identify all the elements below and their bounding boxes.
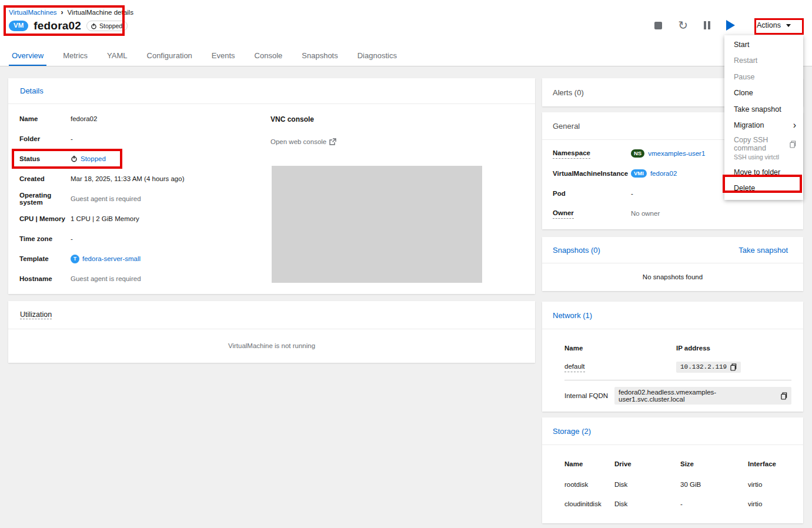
- page-header: VirtualMachines VirtualMachine details V…: [0, 0, 812, 66]
- menu-item-start[interactable]: Start: [724, 36, 803, 53]
- vnc-console-preview: [272, 166, 482, 283]
- tab-configuration[interactable]: Configuration: [144, 46, 195, 66]
- vm-kind-badge: VM: [9, 21, 28, 31]
- breadcrumb-virtualmachines[interactable]: VirtualMachines: [9, 9, 57, 16]
- take-snapshot-link[interactable]: Take snapshot: [739, 246, 788, 255]
- operating-system-value: Guest agent is required: [71, 195, 141, 202]
- status-value-link[interactable]: Stopped: [81, 155, 106, 162]
- details-card: Details Name fedora02 Folder - Status St…: [8, 78, 535, 294]
- owner-label[interactable]: Owner: [553, 208, 574, 219]
- created-value: Mar 18, 2025, 11:33 AM (4 hours ago): [71, 175, 184, 182]
- network-card-header: Network (1): [542, 302, 803, 329]
- name-label: Name: [19, 115, 71, 122]
- timezone-label: Time zone: [19, 235, 71, 242]
- open-web-console-link[interactable]: Open web console: [270, 138, 336, 145]
- submenu-chevron-icon: [793, 121, 796, 130]
- snapshots-card-header: Snapshots (0) Take snapshot: [542, 237, 803, 263]
- breadcrumb-separator-icon: [61, 8, 64, 16]
- copy-icon[interactable]: [730, 363, 737, 371]
- menu-item-copy-ssh-command[interactable]: Copy SSH command SSH using virtctl: [724, 133, 803, 164]
- created-label: Created: [19, 175, 71, 182]
- network-col-name: Name: [564, 345, 676, 352]
- tab-overview[interactable]: Overview: [9, 46, 46, 66]
- vmi-kind-badge: VMI: [631, 169, 647, 178]
- snapshots-title-link[interactable]: Snapshots (0): [553, 246, 600, 255]
- utilization-card: Utilization VirtualMachine is not runnin…: [8, 301, 535, 363]
- menu-item-take-snapshot[interactable]: Take snapshot: [724, 101, 803, 118]
- network-row-default: default 10.132.2.119: [564, 359, 791, 375]
- menu-item-restart[interactable]: Restart: [724, 53, 803, 69]
- network-table: Name IP address default 10.132.2.119 Int…: [542, 329, 803, 405]
- copy-icon: [790, 141, 796, 148]
- copy-icon[interactable]: [781, 392, 787, 400]
- vnc-console-title: VNC console: [270, 115, 314, 123]
- storage-row-interface: virtio: [748, 474, 791, 494]
- storage-col-name: Name: [564, 453, 614, 474]
- status-badge[interactable]: Stopped: [86, 21, 128, 31]
- external-link-icon: [329, 138, 336, 145]
- vm-action-toolbar: Actions: [654, 18, 797, 33]
- pod-value: -: [631, 190, 633, 197]
- menu-item-copy-ssh-description: SSH using virtctl: [734, 153, 796, 161]
- pause-icon[interactable]: [704, 21, 710, 29]
- namespace-label[interactable]: Namespace: [553, 148, 590, 159]
- timezone-value: -: [71, 235, 73, 242]
- utilization-empty-message: VirtualMachine is not running: [8, 329, 535, 362]
- storage-title-link[interactable]: Storage (2): [553, 427, 591, 436]
- vm-details-page: VirtualMachines VirtualMachine details V…: [0, 0, 812, 528]
- menu-item-copy-ssh-label: Copy SSH command: [734, 136, 786, 152]
- pod-label: Pod: [553, 190, 631, 197]
- storage-table: Name Drive Size Interface rootdisk Disk …: [542, 445, 803, 513]
- actions-dropdown-menu: Start Restart Pause Clone Take snapshot …: [724, 35, 803, 200]
- network-title-link[interactable]: Network (1): [553, 311, 592, 320]
- storage-row-drive: Disk: [614, 474, 680, 494]
- ip-address-value: 10.132.2.119: [680, 363, 727, 370]
- menu-item-pause[interactable]: Pause: [724, 69, 803, 85]
- hostname-label: Hostname: [19, 275, 71, 282]
- template-kind-badge: T: [71, 255, 79, 263]
- owner-value: No owner: [631, 210, 660, 217]
- network-row-fqdn: Internal FQDN fedora02.headless.vmexampl…: [564, 387, 791, 405]
- fqdn-label: Internal FQDN: [564, 392, 614, 399]
- storage-col-interface: Interface: [748, 453, 791, 474]
- tab-metrics[interactable]: Metrics: [60, 46, 91, 66]
- template-value-link[interactable]: fedora-server-small: [82, 255, 141, 262]
- power-off-icon: [71, 155, 78, 162]
- power-off-icon: [91, 23, 97, 29]
- status-label: Status: [19, 155, 71, 162]
- operating-system-label: Operating system: [19, 192, 71, 206]
- details-card-header: Details: [8, 78, 535, 104]
- tab-events[interactable]: Events: [209, 46, 238, 66]
- utilization-title[interactable]: Utilization: [20, 310, 52, 319]
- tab-yaml[interactable]: YAML: [104, 46, 130, 66]
- general-row-owner: Owner No owner: [553, 203, 803, 223]
- network-name-value[interactable]: default: [564, 362, 585, 372]
- actions-button-label: Actions: [757, 21, 781, 29]
- hostname-value: Guest agent is required: [71, 275, 141, 282]
- snapshots-empty-message: No snapshots found: [542, 263, 803, 290]
- storage-row-name: cloudinitdisk: [564, 494, 614, 513]
- menu-item-clone[interactable]: Clone: [724, 85, 803, 102]
- tab-diagnostics[interactable]: Diagnostics: [355, 46, 400, 66]
- caret-down-icon: [786, 24, 791, 27]
- menu-item-delete[interactable]: Delete: [724, 181, 803, 197]
- actions-button[interactable]: Actions: [751, 18, 797, 33]
- stop-icon[interactable]: [654, 22, 662, 29]
- storage-row-name: rootdisk: [564, 474, 614, 494]
- alerts-title[interactable]: Alerts (0): [553, 88, 584, 97]
- details-title-link[interactable]: Details: [20, 86, 44, 95]
- vmi-value-link[interactable]: fedora02: [650, 170, 677, 177]
- menu-item-move-to-folder[interactable]: Move to folder: [724, 164, 803, 181]
- snapshots-card: Snapshots (0) Take snapshot No snapshots…: [542, 237, 803, 291]
- utilization-card-header: Utilization: [8, 301, 535, 329]
- play-icon[interactable]: [726, 20, 735, 31]
- network-col-ip: IP address: [676, 345, 710, 352]
- tab-console[interactable]: Console: [252, 46, 286, 66]
- tab-snapshots[interactable]: Snapshots: [299, 46, 340, 66]
- namespace-value-link[interactable]: vmexamples-user1: [648, 150, 705, 157]
- storage-row-size: 30 GiB: [680, 474, 748, 494]
- title-row: VM fedora02 Stopped: [9, 19, 128, 32]
- menu-item-migration[interactable]: Migration: [724, 118, 803, 134]
- breadcrumb-current: VirtualMachine details: [68, 9, 133, 16]
- restart-icon[interactable]: [678, 22, 688, 29]
